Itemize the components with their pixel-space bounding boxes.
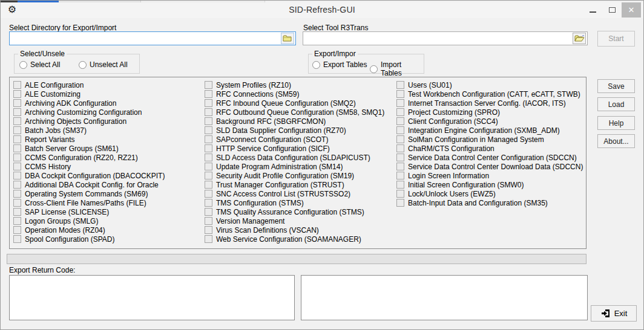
checkbox-item[interactable]: Archiving Customizing Configuration <box>13 108 165 117</box>
checkbox-item[interactable]: SAPconnect Configuration (SCOT) <box>205 135 384 144</box>
checkbox[interactable] <box>13 81 21 89</box>
checkbox[interactable] <box>396 199 404 207</box>
checkbox-item[interactable]: SAP License (SLICENSE) <box>13 207 165 216</box>
checkbox-item[interactable]: Project Customizing (SPRO) <box>396 108 583 117</box>
checkbox-item[interactable]: Lock/Unlock Users (EWZ5) <box>396 189 583 198</box>
about-button[interactable]: About... <box>597 134 635 148</box>
checkbox-item[interactable]: SNC Access Control List (STRUSTSSO2) <box>205 189 384 198</box>
checkbox[interactable] <box>396 81 404 89</box>
checkbox[interactable] <box>13 99 21 107</box>
checkbox-item[interactable]: Archiving Objects Configuration <box>13 117 165 126</box>
checkbox[interactable] <box>13 163 21 170</box>
checkbox-item[interactable]: RFC Connections (SM59) <box>205 89 384 99</box>
checkbox-item[interactable]: Additional DBA Cockpit Config. for Oracl… <box>13 180 165 189</box>
checkbox[interactable] <box>13 90 21 98</box>
checkbox[interactable] <box>396 163 404 170</box>
checkbox-item[interactable]: Trust Manager Configuration (STRUST) <box>205 180 384 189</box>
radio-unselect-all[interactable]: Unselect All <box>79 60 128 69</box>
checkbox[interactable] <box>13 217 21 225</box>
checkbox-item[interactable]: Web Service Configuration (SOAMANAGER) <box>205 235 384 244</box>
checkbox-item[interactable]: Integration Engine Configuration (SXMB_A… <box>396 126 583 135</box>
checkbox[interactable] <box>396 135 404 143</box>
checkbox[interactable] <box>396 154 404 161</box>
checkbox[interactable] <box>396 190 404 198</box>
checkbox-item[interactable]: Initial Screen Configuration (SMW0) <box>396 180 583 189</box>
checkbox-item[interactable]: RFC Outbound Queue Configuration (SM58, … <box>205 108 384 117</box>
checkbox[interactable] <box>205 235 212 243</box>
checkbox[interactable] <box>13 144 21 152</box>
radio-circle[interactable] <box>370 65 378 73</box>
checkbox[interactable] <box>205 172 212 180</box>
checkbox[interactable] <box>13 135 21 143</box>
checkbox-item[interactable]: TMS Configuration (STMS) <box>205 198 384 207</box>
checkbox-item[interactable]: ALE Configuration <box>13 80 165 89</box>
checkbox-item[interactable]: Operation Modes (RZ04) <box>13 225 165 235</box>
checkbox-item[interactable]: Internet Transaction Server Config. (IAC… <box>396 99 583 108</box>
checkbox-item[interactable]: Security Audit Profile Configuration (SM… <box>205 171 384 180</box>
checkbox-item[interactable]: CCMS Configuration (RZ20, RZ21) <box>13 153 165 162</box>
checkbox-item[interactable]: SLD Data Supplier Configuration (RZ70) <box>205 126 384 135</box>
checkbox-item[interactable]: ALE Customizing <box>13 89 165 99</box>
checkbox[interactable] <box>396 144 404 152</box>
tool-input[interactable] <box>303 31 588 45</box>
checkbox-item[interactable]: Test Workbench Configuration (CATT, eCAT… <box>396 89 583 99</box>
checkbox-item[interactable]: Service Data Control Center Download Dat… <box>396 162 583 171</box>
directory-input[interactable] <box>9 31 296 45</box>
checkbox-item[interactable]: SolMan Configuration in Managed System <box>396 135 583 144</box>
checkbox[interactable] <box>13 181 21 189</box>
maximize-button[interactable] <box>602 2 622 18</box>
save-button[interactable]: Save <box>597 79 635 93</box>
checkbox-item[interactable]: Client Configuration (SCC4) <box>396 117 583 126</box>
radio-circle[interactable] <box>19 61 27 69</box>
checkbox[interactable] <box>396 126 404 134</box>
checkbox-item[interactable]: RFC Inbound Queue Configuration (SMQ2) <box>205 99 384 108</box>
radio-circle[interactable] <box>312 61 320 69</box>
checkbox[interactable] <box>396 99 404 107</box>
checkbox[interactable] <box>396 117 404 125</box>
checkbox[interactable] <box>13 199 21 207</box>
export-output-right[interactable] <box>301 275 588 320</box>
checkbox-item[interactable]: Batch-Input Data and Configuration (SM35… <box>396 198 583 207</box>
checkbox-item[interactable]: CCMS History <box>13 162 165 171</box>
close-button[interactable]: ✕ <box>622 2 641 18</box>
checkbox-item[interactable]: Batch Jobs (SM37) <box>13 126 165 135</box>
checkbox[interactable] <box>205 199 212 207</box>
exit-button[interactable]: Exit <box>591 305 637 322</box>
radio-circle[interactable] <box>79 61 87 69</box>
checkbox[interactable] <box>13 172 21 180</box>
checkbox-item[interactable]: Batch Server Groups (SM61) <box>13 144 165 153</box>
checkbox[interactable] <box>205 181 212 189</box>
checkbox-item[interactable]: Update Program Administration (SM14) <box>205 162 384 171</box>
checkbox-item[interactable]: Cross-Client File Names/Paths (FILE) <box>13 198 165 207</box>
checkbox[interactable] <box>205 81 212 89</box>
checkbox[interactable] <box>13 235 21 243</box>
checkbox-item[interactable]: Logon Groups (SMLG) <box>13 216 165 225</box>
checkbox[interactable] <box>205 208 212 216</box>
start-button[interactable]: Start <box>597 31 635 47</box>
checkbox-item[interactable]: HTTP Service Configuration (SICF) <box>205 144 384 153</box>
checkbox[interactable] <box>13 226 21 234</box>
checkbox-item[interactable]: Login Screen Information <box>396 171 583 180</box>
directory-browse-button[interactable] <box>281 33 294 44</box>
checkbox[interactable] <box>13 154 21 161</box>
checkbox[interactable] <box>13 208 21 216</box>
checkbox-item[interactable]: Operating System Commands (SM69) <box>13 189 165 198</box>
checkbox[interactable] <box>205 217 212 225</box>
checkbox[interactable] <box>205 163 212 170</box>
export-output-left[interactable] <box>9 275 295 320</box>
checkbox-item[interactable]: Users (SU01) <box>396 80 583 89</box>
checkbox[interactable] <box>396 172 404 180</box>
checkbox[interactable] <box>13 108 21 116</box>
tool-browse-button[interactable] <box>573 33 586 44</box>
radio-import-tables[interactable]: Import Tables <box>370 60 424 77</box>
checkbox[interactable] <box>205 90 212 98</box>
checkbox-item[interactable]: ChaRM/CTS Configuration <box>396 144 583 153</box>
checkbox[interactable] <box>205 108 212 116</box>
checkbox-item[interactable]: Version Management <box>205 216 384 225</box>
checkbox-item[interactable]: Archiving ADK Configuration <box>13 99 165 108</box>
checkbox-item[interactable]: DBA Cockpit Configuration (DBACOCKPIT) <box>13 171 165 180</box>
checkbox[interactable] <box>396 90 404 98</box>
checkbox[interactable] <box>205 144 212 152</box>
help-button[interactable]: Help <box>597 116 635 130</box>
checkbox[interactable] <box>13 117 21 125</box>
